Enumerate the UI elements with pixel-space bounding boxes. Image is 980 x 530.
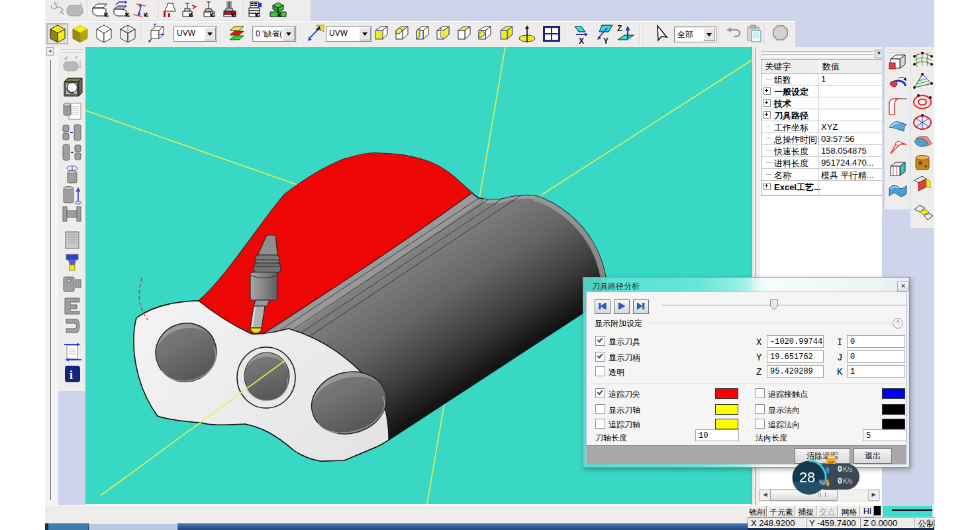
svg-text:X: X — [579, 36, 584, 46]
svg-text:%: % — [819, 479, 825, 486]
svg-text:K/s: K/s — [843, 478, 852, 485]
svg-text:K/s: K/s — [843, 466, 852, 473]
svg-text:0: 0 — [838, 476, 842, 486]
svg-text:28: 28 — [799, 470, 815, 486]
svg-text:i: i — [70, 368, 73, 382]
svg-text:Y: Y — [603, 36, 609, 46]
svg-text:0: 0 — [838, 464, 842, 474]
svg-text:Z: Z — [617, 24, 622, 33]
